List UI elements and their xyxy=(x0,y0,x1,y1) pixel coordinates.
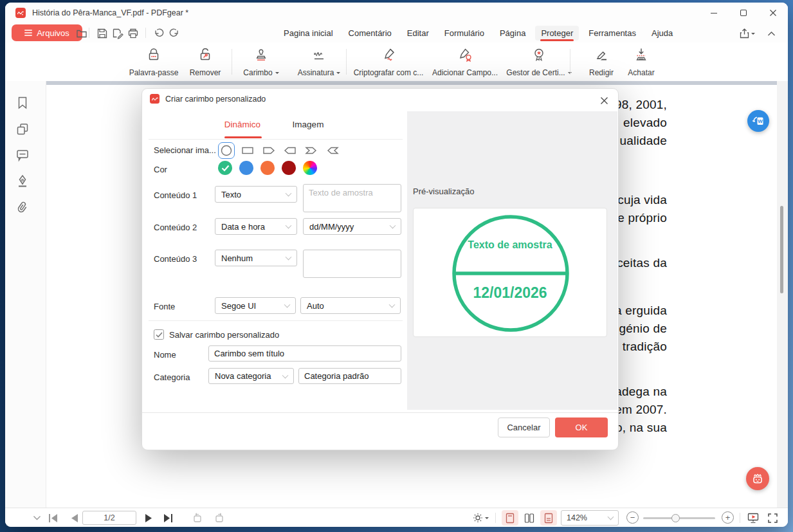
shape-rectangle-option[interactable] xyxy=(239,142,256,159)
signature-panel-icon[interactable] xyxy=(15,173,30,188)
content2-type-value: Data e hora xyxy=(221,222,265,232)
encrypt-certificate-button[interactable]: Criptografar com c... xyxy=(350,45,427,78)
color-blue-option[interactable] xyxy=(239,161,253,175)
font-family-dropdown[interactable]: Segoe UI xyxy=(215,297,296,314)
shape-chevron-right-option[interactable] xyxy=(303,142,320,159)
color-orange-option[interactable] xyxy=(260,161,275,175)
zoom-value: 142% xyxy=(567,513,587,522)
open-file-icon[interactable] xyxy=(75,26,89,41)
rotate-right-icon[interactable] xyxy=(212,511,226,524)
zoom-slider-thumb[interactable] xyxy=(671,514,680,522)
zoom-level-dropdown[interactable]: 142% xyxy=(561,510,619,526)
pdfgear-logo-icon xyxy=(150,94,160,104)
color-darkred-option[interactable] xyxy=(282,161,296,175)
stamp-sample-text: Texto de amostra xyxy=(414,239,606,251)
content1-text-input[interactable] xyxy=(303,184,401,212)
category-dropdown[interactable]: Nova categoria xyxy=(208,368,294,384)
collapse-sidebar-icon[interactable] xyxy=(31,512,42,524)
attachment-icon[interactable] xyxy=(15,199,30,215)
save-as-icon[interactable] xyxy=(111,26,125,41)
tab-imagem[interactable]: Imagem xyxy=(286,120,330,129)
password-button[interactable]: Palavra-passe xyxy=(119,45,188,78)
menu-formulario[interactable]: Formulário xyxy=(439,26,490,41)
cancel-button[interactable]: Cancelar xyxy=(498,417,550,437)
dialog-close-button[interactable] xyxy=(596,93,612,108)
menu-editar[interactable]: Editar xyxy=(401,26,435,41)
save-icon[interactable] xyxy=(95,26,109,41)
category-name-input[interactable] xyxy=(298,368,401,384)
divider xyxy=(149,139,403,140)
shape-chevron-left-option[interactable] xyxy=(324,142,341,159)
presentation-mode-button[interactable] xyxy=(745,511,761,525)
menu-pagina[interactable]: Página xyxy=(494,26,531,41)
brightness-icon xyxy=(473,513,483,523)
signature-button[interactable]: Assinatura xyxy=(288,45,350,78)
files-menu-button[interactable]: Arquivos xyxy=(12,24,82,41)
menu-proteger[interactable]: Proteger xyxy=(535,26,579,41)
files-menu-label: Arquivos xyxy=(37,28,69,38)
pdfgear-window: História do Pêra-Manca_VF.pdf - PDFgear … xyxy=(5,3,788,527)
rotate-left-icon[interactable] xyxy=(190,511,205,524)
theme-toggle-button[interactable] xyxy=(471,511,490,524)
last-page-button[interactable] xyxy=(161,511,175,524)
maximize-button[interactable] xyxy=(729,3,758,23)
menu-pagina-inicial[interactable]: Pagina inicial xyxy=(278,26,339,41)
print-icon[interactable] xyxy=(126,26,140,41)
color-green-selected[interactable] xyxy=(218,161,232,175)
assistant-chatbot-button[interactable] xyxy=(746,467,769,490)
zoom-out-button[interactable]: − xyxy=(626,511,639,524)
next-page-button[interactable] xyxy=(141,511,156,524)
menu-ferramentas[interactable]: Ferramentas xyxy=(583,26,642,41)
bookmark-icon[interactable] xyxy=(15,95,30,111)
color-selector xyxy=(218,161,317,175)
content3-type-dropdown[interactable]: Nenhum xyxy=(215,250,297,266)
scrollbar-track[interactable] xyxy=(777,81,788,508)
certificate-manager-button[interactable]: Gestor de Certi... xyxy=(503,45,575,78)
font-size-dropdown[interactable]: Auto xyxy=(300,297,401,314)
document-text-line: em 2007. xyxy=(615,403,667,417)
document-text-line: ceitas da xyxy=(617,256,667,270)
fullscreen-button[interactable] xyxy=(765,511,779,524)
chevron-down-icon xyxy=(286,190,292,197)
flatten-icon xyxy=(633,46,650,63)
close-button[interactable] xyxy=(758,3,788,23)
ok-button[interactable]: OK xyxy=(555,417,608,437)
chevron-down-icon xyxy=(390,223,396,229)
continuous-scroll-view-button[interactable] xyxy=(540,510,557,526)
redact-button[interactable]: Redigir xyxy=(581,45,621,78)
comment-icon[interactable] xyxy=(15,147,30,163)
save-stamp-checkbox[interactable] xyxy=(154,329,164,340)
page-thumbnails-icon[interactable] xyxy=(15,122,30,137)
tab-dinamico[interactable]: Dinâmico xyxy=(219,120,266,129)
add-signature-field-icon xyxy=(457,46,473,63)
stamp-name-input[interactable] xyxy=(208,345,401,362)
content2-type-dropdown[interactable]: Data e hora xyxy=(215,218,297,235)
remove-password-button[interactable]: Remover xyxy=(179,45,232,78)
date-format-dropdown[interactable]: dd/MM/yyyy xyxy=(303,218,401,235)
menu-comentario[interactable]: Comentário xyxy=(343,26,397,41)
menu-ajuda[interactable]: Ajuda xyxy=(646,26,679,41)
zoom-in-button[interactable]: + xyxy=(722,511,734,524)
shape-pentagon-left-option[interactable] xyxy=(282,142,298,159)
content3-text-input[interactable] xyxy=(303,250,401,278)
first-page-button[interactable] xyxy=(46,511,60,524)
divider xyxy=(495,513,496,523)
collapse-ribbon-button[interactable] xyxy=(763,26,779,41)
previous-page-button[interactable] xyxy=(67,511,81,524)
color-wheel-custom-option[interactable] xyxy=(303,161,317,175)
minimize-button[interactable] xyxy=(699,3,729,23)
convert-to-word-button[interactable]: W xyxy=(747,110,769,132)
shape-pentagon-right-option[interactable] xyxy=(260,142,277,159)
content1-type-dropdown[interactable]: Texto xyxy=(215,186,297,203)
add-signature-field-button[interactable]: Adicionar Campo... xyxy=(428,45,502,78)
flatten-button[interactable]: Achatar xyxy=(621,45,661,78)
share-button[interactable] xyxy=(738,26,757,41)
stamp-button[interactable]: Carimbo xyxy=(235,45,287,78)
scrollbar-thumb[interactable] xyxy=(780,206,783,293)
two-page-view-button[interactable] xyxy=(521,510,538,526)
shape-circle-option[interactable] xyxy=(218,142,235,159)
page-number-box[interactable]: 1/2 xyxy=(82,511,136,525)
redo-icon[interactable] xyxy=(167,26,181,41)
undo-icon[interactable] xyxy=(152,26,166,41)
single-page-view-button[interactable] xyxy=(502,510,518,526)
